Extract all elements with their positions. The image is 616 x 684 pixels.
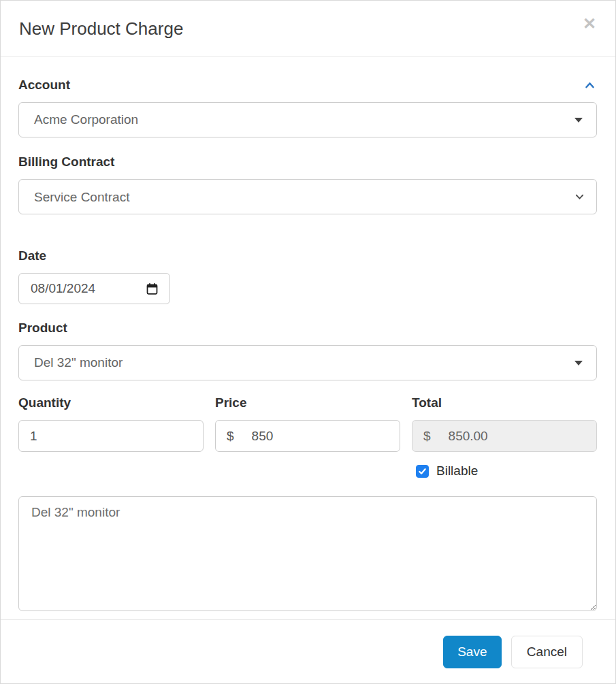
caret-down-icon xyxy=(574,361,583,365)
total-column: Total $ xyxy=(412,395,597,452)
product-select-value: Del 32" monitor xyxy=(34,355,123,370)
billable-label[interactable]: Billable xyxy=(436,463,478,478)
product-label: Product xyxy=(18,321,597,336)
modal-title: New Product Charge xyxy=(19,18,183,39)
caret-down-icon xyxy=(574,118,583,123)
billing-contract-select[interactable]: Service Contract xyxy=(18,179,597,214)
billable-checkbox[interactable] xyxy=(416,465,429,478)
account-section-header: Account xyxy=(18,78,597,93)
date-value: 08/01/2024 xyxy=(31,281,95,296)
check-icon xyxy=(418,467,427,476)
price-column: Price $ xyxy=(215,395,400,452)
billing-contract-select-wrap: Service Contract xyxy=(18,179,597,214)
price-input[interactable] xyxy=(252,429,389,444)
price-label: Price xyxy=(215,395,400,410)
billable-row: Billable xyxy=(18,463,597,478)
billing-contract-label: Billing Contract xyxy=(18,154,597,169)
quantity-column: Quantity xyxy=(18,395,204,452)
account-select-value: Acme Corporation xyxy=(34,112,138,127)
billable-field: Billable xyxy=(412,463,597,478)
calendar-icon[interactable] xyxy=(145,282,159,296)
total-label: Total xyxy=(412,395,597,410)
date-label: Date xyxy=(18,248,597,263)
price-input-group: $ xyxy=(215,420,400,452)
product-select[interactable]: Del 32" monitor xyxy=(18,345,597,380)
quantity-label: Quantity xyxy=(18,395,204,410)
account-select[interactable]: Acme Corporation xyxy=(18,102,597,137)
modal-footer: Save Cancel xyxy=(1,619,615,683)
total-input xyxy=(449,429,585,444)
quantity-input[interactable] xyxy=(18,420,204,452)
account-label: Account xyxy=(18,78,70,93)
new-product-charge-modal: New Product Charge ✕ Account Acme Corpor… xyxy=(0,0,616,684)
modal-header: New Product Charge ✕ xyxy=(1,1,615,57)
modal-body: Account Acme Corporation Billing Contrac… xyxy=(1,57,615,619)
cancel-button[interactable]: Cancel xyxy=(511,636,583,668)
total-input-group: $ xyxy=(412,420,597,452)
total-currency-symbol: $ xyxy=(423,429,431,444)
amounts-row: Quantity Price $ Total $ xyxy=(18,395,597,452)
price-currency-symbol: $ xyxy=(227,429,234,444)
save-button[interactable]: Save xyxy=(443,636,502,668)
close-icon[interactable]: ✕ xyxy=(583,16,596,32)
date-input[interactable]: 08/01/2024 xyxy=(18,273,170,304)
description-textarea[interactable]: Del 32" monitor xyxy=(18,496,597,611)
chevron-up-icon[interactable] xyxy=(583,79,597,91)
